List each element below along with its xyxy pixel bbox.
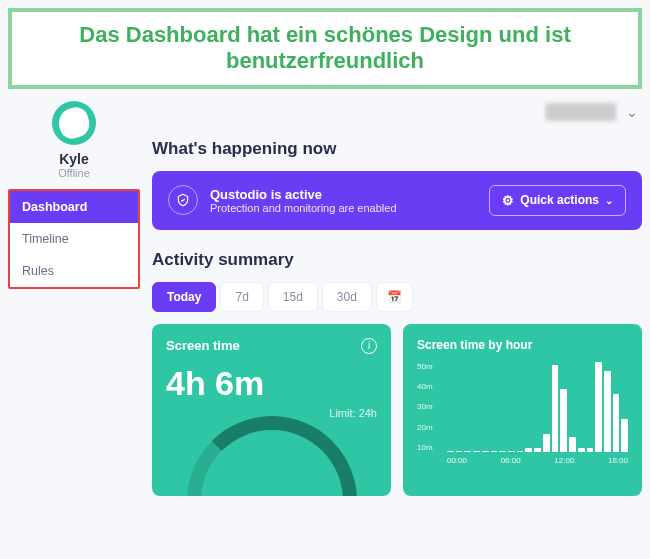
chart-bar [604, 371, 611, 452]
profile-name: Kyle [59, 151, 89, 167]
avatar [52, 101, 96, 145]
chart-bar [552, 365, 559, 451]
progress-arc [187, 416, 357, 496]
chart-bar [464, 451, 471, 452]
quick-actions-label: Quick actions [520, 193, 599, 207]
hourly-title: Screen time by hour [417, 338, 532, 352]
hourly-card[interactable]: Screen time by hour 50m 40m 30m 20m 10m … [403, 324, 642, 496]
profile-status: Offline [58, 167, 90, 179]
chart-bar [525, 448, 532, 452]
chart-bar [491, 451, 498, 452]
chart-bar [569, 437, 576, 451]
x-tick: 00:00 [447, 456, 467, 465]
chart-bar [543, 434, 550, 452]
chart-bar [560, 389, 567, 452]
y-tick: 10m [417, 443, 433, 452]
x-tick: 18:00 [608, 456, 628, 465]
chart-bar [499, 451, 506, 452]
status-text: Qustodio is active Protection and monito… [210, 187, 477, 214]
y-axis: 50m 40m 30m 20m 10m [417, 362, 433, 452]
quick-actions-button[interactable]: ⚙ Quick actions ⌄ [489, 185, 626, 216]
tab-30d[interactable]: 30d [322, 282, 372, 312]
screen-time-title: Screen time [166, 338, 240, 353]
chart-bar [621, 419, 628, 451]
chart-bar [578, 448, 585, 452]
app-frame: Kyle Offline Dashboard Timeline Rules ⌄ … [0, 97, 650, 559]
chart-bar [456, 451, 463, 452]
y-tick: 40m [417, 382, 433, 391]
status-subtitle: Protection and monitoring are enabled [210, 202, 477, 214]
y-tick: 50m [417, 362, 433, 371]
chevron-down-icon: ⌄ [605, 195, 613, 206]
sidebar-nav: Dashboard Timeline Rules [8, 189, 140, 289]
tab-today[interactable]: Today [152, 282, 216, 312]
chart-bar [534, 448, 541, 452]
y-tick: 30m [417, 402, 433, 411]
chart-bar [595, 362, 602, 452]
hourly-chart: 50m 40m 30m 20m 10m [417, 362, 628, 452]
activity-cards: Screen time i 4h 6m Limit: 24h Screen ti… [152, 324, 642, 496]
chart-bar [613, 394, 620, 452]
x-tick: 12:00 [554, 456, 574, 465]
x-axis: 00:00 06:00 12:00 18:00 [417, 456, 628, 465]
status-title: Qustodio is active [210, 187, 477, 202]
annotation-banner: Das Dashboard hat ein schönes Design und… [8, 8, 642, 89]
profile-block[interactable]: Kyle Offline [8, 97, 140, 189]
status-bar: Qustodio is active Protection and monito… [152, 171, 642, 230]
calendar-icon: 📅 [387, 290, 402, 304]
gear-icon: ⚙ [502, 193, 514, 208]
sidebar-item-dashboard[interactable]: Dashboard [10, 191, 138, 223]
sidebar-item-rules[interactable]: Rules [10, 255, 138, 287]
chevron-down-icon[interactable]: ⌄ [626, 104, 638, 120]
section-happening-title: What's happening now [152, 139, 642, 159]
chart-bar [508, 451, 515, 452]
chart-bar [587, 448, 594, 452]
chart-bar [482, 451, 489, 452]
section-activity-title: Activity summary [152, 250, 642, 270]
topbar: ⌄ [152, 97, 642, 139]
account-name-redacted [546, 103, 616, 121]
sidebar-item-timeline[interactable]: Timeline [10, 223, 138, 255]
main-content: ⌄ What's happening now Qustodio is activ… [152, 97, 642, 558]
info-icon[interactable]: i [361, 338, 377, 354]
tab-7d[interactable]: 7d [220, 282, 263, 312]
chart-bar [517, 451, 524, 452]
shield-icon [168, 185, 198, 215]
tab-15d[interactable]: 15d [268, 282, 318, 312]
screen-time-card[interactable]: Screen time i 4h 6m Limit: 24h [152, 324, 391, 496]
y-tick: 20m [417, 423, 433, 432]
x-tick: 06:00 [501, 456, 521, 465]
tab-calendar[interactable]: 📅 [376, 282, 413, 312]
time-range-tabs: Today 7d 15d 30d 📅 [152, 282, 642, 312]
chart-bar [447, 451, 454, 452]
screen-time-value: 4h 6m [166, 364, 377, 403]
sidebar: Kyle Offline Dashboard Timeline Rules [8, 97, 140, 558]
chart-bar [473, 451, 480, 452]
